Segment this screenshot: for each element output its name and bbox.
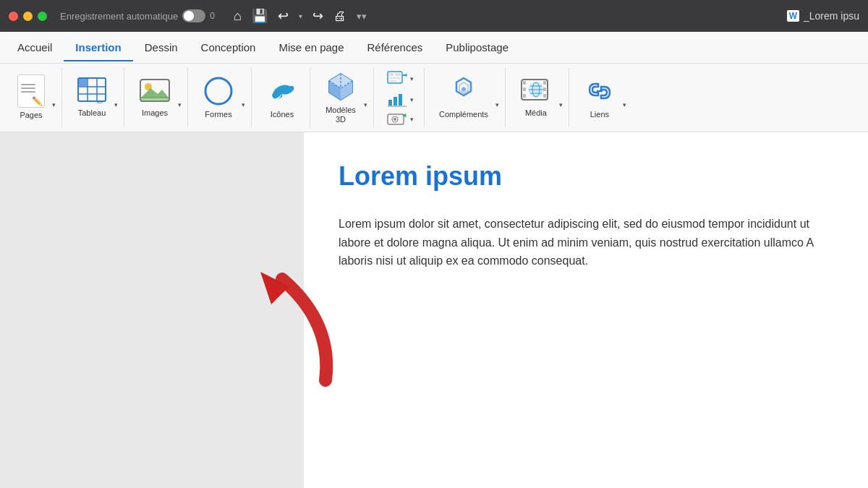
group-tableau: ✏ Tableau ▾ [65, 68, 124, 127]
icones-icon [266, 75, 298, 107]
pencil-icon: ✏️ [32, 97, 43, 106]
images-button[interactable]: Images [133, 69, 176, 126]
svg-rect-25 [393, 97, 397, 106]
group-complements: Compléments ▾ [427, 68, 506, 127]
document-area[interactable]: Lorem ipsum Lorem ipsum dolor sit amet, … [304, 132, 868, 488]
traffic-lights [9, 12, 47, 21]
ribbon-toolbar: ✏️ Pages ▾ [0, 64, 868, 132]
tab-dessin[interactable]: Dessin [133, 34, 190, 61]
undo-dropdown-icon[interactable]: ▾ [299, 12, 302, 20]
tab-conception[interactable]: Conception [190, 34, 268, 61]
liens-icon [584, 75, 616, 107]
svg-rect-40 [543, 94, 546, 98]
group-images: Images ▾ [127, 68, 188, 127]
save-icon[interactable]: 💾 [252, 8, 268, 24]
formes-label: Formes [205, 110, 231, 119]
svg-rect-37 [523, 94, 526, 98]
svg-rect-35 [523, 81, 526, 85]
complements-dropdown-arrow[interactable]: ▾ [495, 101, 499, 108]
autosave-label: Enregistrement automatique 0 [60, 9, 215, 22]
icones-label: Icônes [271, 110, 294, 119]
group-liens: Liens ▾ [572, 68, 632, 127]
modeles3d-label2: 3D [336, 115, 346, 124]
sidebar-panel [0, 132, 304, 488]
tableau-dropdown-arrow[interactable]: ▾ [114, 101, 118, 108]
tableau-label: Tableau [78, 108, 106, 118]
media-dropdown-arrow[interactable]: ▾ [559, 101, 563, 108]
minimize-button[interactable] [23, 12, 33, 21]
group-pages: ✏️ Pages ▾ [6, 68, 62, 127]
print-icon[interactable]: 🖨 [333, 9, 346, 24]
capture-screen-dropdown[interactable]: ▾ [410, 75, 414, 82]
modeles3d-icon [325, 71, 357, 103]
group-media: Média ▾ [509, 68, 569, 127]
icones-button[interactable]: Icônes [260, 69, 304, 126]
chart-button[interactable]: ▾ [383, 90, 418, 110]
svg-rect-24 [388, 100, 392, 106]
formes-dropdown-arrow[interactable]: ▾ [242, 101, 245, 108]
tableau-button[interactable]: ✏ Tableau [71, 69, 113, 126]
word-icon: W [787, 10, 799, 22]
tab-publipostage[interactable]: Publipostage [434, 34, 520, 61]
pages-button[interactable]: ✏️ Pages [12, 69, 51, 126]
group-captures: ▾ ▾ ▾ [377, 68, 425, 127]
media-button[interactable]: Média [514, 69, 558, 126]
liens-label: Liens [590, 110, 609, 119]
toolbar-icons: ⌂ 💾 ↩ ▾ ↪ 🖨 ▾▾ [234, 8, 367, 24]
modeles3d-dropdown-arrow[interactable]: ▾ [364, 101, 367, 108]
svg-rect-26 [399, 94, 402, 106]
capture-screen-button[interactable]: ▾ [383, 68, 418, 90]
svg-rect-20 [389, 73, 393, 76]
maximize-button[interactable] [38, 12, 47, 21]
screenshot-dropdown[interactable]: ▾ [410, 116, 414, 123]
tab-mise-en-page[interactable]: Mise en page [267, 34, 355, 61]
tableau-icon: ✏ [77, 77, 107, 106]
pages-dropdown-arrow[interactable]: ▾ [52, 101, 56, 108]
title-bar-right: W _Lorem ipsu [787, 10, 859, 22]
svg-marker-33 [461, 87, 466, 92]
main-content: Lorem ipsum Lorem ipsum dolor sit amet, … [0, 132, 868, 488]
svg-marker-9 [140, 88, 169, 98]
svg-point-30 [393, 118, 396, 121]
liens-dropdown-arrow[interactable]: ▾ [623, 101, 626, 108]
svg-rect-22 [389, 77, 401, 79]
formes-button[interactable]: Formes [197, 69, 240, 126]
complements-label: Compléments [439, 110, 488, 119]
images-icon [139, 77, 171, 106]
formes-icon [203, 75, 234, 107]
svg-rect-38 [543, 81, 546, 85]
pages-label: Pages [20, 111, 42, 120]
undo-icon[interactable]: ↩ [278, 8, 289, 24]
redo-icon[interactable]: ↪ [312, 8, 323, 24]
document-title: Lorem ipsum [339, 161, 833, 192]
pages-icon: ✏️ [17, 74, 45, 108]
tab-accueil[interactable]: Accueil [6, 34, 64, 61]
svg-rect-10 [140, 97, 169, 101]
svg-rect-23 [389, 80, 396, 82]
media-icon [520, 77, 552, 106]
group-modeles3d: Modèles 3D ▾ [313, 68, 374, 127]
ribbon-tabs: Accueil Insertion Dessin Conception Mise… [0, 32, 868, 64]
home-icon[interactable]: ⌂ [234, 9, 242, 24]
complements-button[interactable]: Compléments [433, 69, 494, 126]
liens-button[interactable]: Liens [578, 69, 621, 126]
more-icon[interactable]: ▾▾ [357, 11, 367, 22]
modeles3d-label: Modèles [326, 106, 356, 115]
tab-references[interactable]: Références [356, 34, 435, 61]
title-bar: Enregistrement automatique 0 ⌂ 💾 ↩ ▾ ↪ 🖨… [0, 0, 868, 32]
group-formes: Formes ▾ [191, 68, 252, 127]
tab-insertion[interactable]: Insertion [64, 34, 132, 61]
images-label: Images [142, 108, 168, 118]
media-label: Média [525, 108, 547, 118]
autosave-toggle[interactable] [182, 9, 205, 22]
modeles3d-button[interactable]: Modèles 3D [319, 69, 362, 126]
group-icones: Icônes [255, 68, 310, 127]
chart-dropdown[interactable]: ▾ [410, 96, 414, 103]
complements-icon [448, 75, 480, 107]
svg-point-11 [205, 78, 231, 104]
screenshot-capture-button[interactable]: ▾ [383, 110, 418, 129]
close-button[interactable] [9, 12, 18, 21]
images-dropdown-arrow[interactable]: ▾ [178, 101, 182, 108]
svg-rect-5 [79, 79, 87, 86]
filename-label: _Lorem ipsu [804, 10, 859, 22]
